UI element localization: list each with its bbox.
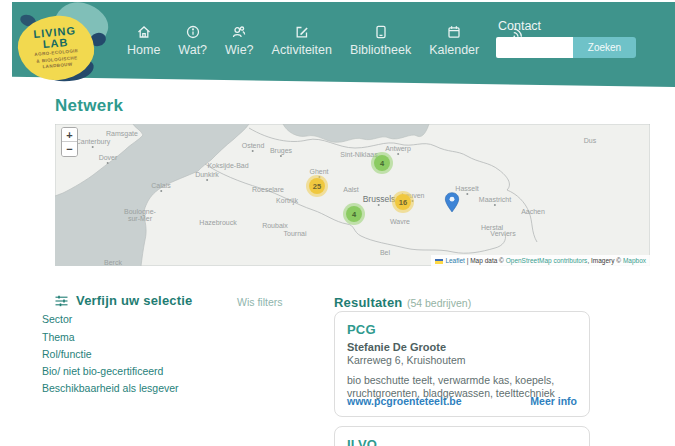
cluster-count: 25 bbox=[309, 178, 325, 194]
nav-item-wat[interactable]: Wat? bbox=[169, 24, 216, 57]
result-card-title: PCG bbox=[347, 322, 577, 337]
search-box: Zoeken bbox=[496, 37, 636, 58]
map-zoom-control: + − bbox=[61, 127, 78, 157]
home-icon bbox=[136, 24, 152, 40]
filters-header: Verfijn uw selectie bbox=[55, 293, 193, 308]
nav-item-home[interactable]: Home bbox=[118, 24, 169, 57]
network-map[interactable]: Canterbury Ramsgate Dover Ostend Bruges … bbox=[55, 124, 650, 266]
cluster-count: 16 bbox=[395, 194, 411, 210]
result-card-title: ILVO bbox=[347, 437, 577, 446]
osm-link[interactable]: OpenStreetMap contributors bbox=[506, 257, 588, 264]
zoom-in-button[interactable]: + bbox=[62, 128, 77, 142]
cluster-count: 4 bbox=[346, 206, 362, 222]
nav-item-wie[interactable]: Wie? bbox=[216, 24, 262, 57]
nav-item-activiteiten[interactable]: Activiteiten bbox=[263, 24, 341, 57]
page: LIVING LAB AGRO-ECOLOGIE & BIOLOGISCHE L… bbox=[0, 0, 675, 446]
result-more-info-link[interactable]: Meer info bbox=[530, 395, 577, 407]
people-icon bbox=[231, 24, 247, 40]
calendar-icon bbox=[446, 24, 462, 40]
nav-label: Bibliotheek bbox=[350, 44, 411, 57]
map-basemap bbox=[55, 124, 650, 266]
site-logo[interactable]: LIVING LAB AGRO-ECOLOGIE & BIOLOGISCHE L… bbox=[18, 3, 110, 85]
result-card-ilvo: ILVO bbox=[334, 426, 590, 446]
filter-sliders-icon bbox=[55, 295, 68, 307]
map-cluster-marker[interactable]: 4 bbox=[343, 203, 365, 225]
logo-text: LAB bbox=[42, 37, 68, 50]
nav-item-bibliotheek[interactable]: Bibliotheek bbox=[341, 24, 420, 57]
book-icon bbox=[373, 24, 389, 40]
info-icon bbox=[185, 24, 201, 40]
map-cluster-marker[interactable]: 4 bbox=[371, 152, 393, 174]
result-contact-name: Stefanie De Groote bbox=[347, 341, 577, 353]
filters-title: Verfijn uw selectie bbox=[76, 293, 193, 308]
zoom-out-button[interactable]: − bbox=[62, 142, 77, 156]
nav-label: Activiteiten bbox=[272, 44, 332, 57]
attribution-text: , Imagery © bbox=[587, 257, 623, 264]
nav-label: Kalender bbox=[429, 44, 479, 57]
map-attribution: Leaflet | Map data © OpenStreetMap contr… bbox=[431, 255, 650, 266]
map-cluster-marker[interactable]: 16 bbox=[392, 191, 414, 213]
filter-item-sector[interactable]: Sector bbox=[42, 313, 72, 325]
filter-item-thema[interactable]: Thema bbox=[42, 331, 75, 343]
nav-item-contact[interactable]: Contact bbox=[498, 19, 541, 33]
nav-label: Home bbox=[127, 44, 160, 57]
nav-label: Wie? bbox=[225, 44, 253, 57]
results-header: Resultaten (54 bedrijven) bbox=[334, 293, 471, 311]
result-card-pcg: PCG Stefanie De Groote Karreweg 6, Kruis… bbox=[334, 311, 590, 417]
search-button[interactable]: Zoeken bbox=[573, 37, 636, 58]
edit-icon bbox=[294, 24, 310, 40]
filter-item-rol-functie[interactable]: Rol/functie bbox=[42, 348, 92, 360]
result-website-link[interactable]: www.pcgroenteteelt.be bbox=[347, 395, 462, 407]
page-title: Netwerk bbox=[55, 96, 123, 116]
nav-item-kalender[interactable]: Kalender bbox=[420, 24, 488, 57]
search-input[interactable] bbox=[496, 37, 573, 58]
results-count: (54 bedrijven) bbox=[407, 297, 471, 309]
nav-label: Wat? bbox=[178, 44, 207, 57]
map-cluster-marker[interactable]: 25 bbox=[306, 175, 328, 197]
filter-item-bio[interactable]: Bio/ niet bio-gecertificeerd bbox=[42, 365, 163, 377]
main-nav: Home Wat? Wie? Activiteiten Bibliotheek bbox=[118, 24, 547, 57]
results-title: Resultaten bbox=[334, 295, 402, 310]
logo-subtext: LANDBOUW bbox=[42, 62, 72, 70]
filter-item-beschikbaarheid[interactable]: Beschikbaarheid als lesgever bbox=[42, 382, 179, 394]
pin-icon bbox=[445, 192, 460, 213]
ukraine-flag-icon bbox=[435, 259, 443, 264]
cluster-count: 4 bbox=[374, 155, 390, 171]
clear-filters-link[interactable]: Wis filters bbox=[237, 296, 283, 308]
leaflet-link[interactable]: Leaflet bbox=[445, 257, 465, 264]
result-address: Karreweg 6, Kruishoutem bbox=[347, 354, 577, 366]
attribution-text: | Map data © bbox=[465, 257, 506, 264]
result-card-footer: www.pcgroenteteelt.be Meer info bbox=[347, 395, 577, 407]
mapbox-link[interactable]: Mapbox bbox=[623, 257, 646, 264]
map-pin-marker[interactable] bbox=[445, 192, 460, 217]
